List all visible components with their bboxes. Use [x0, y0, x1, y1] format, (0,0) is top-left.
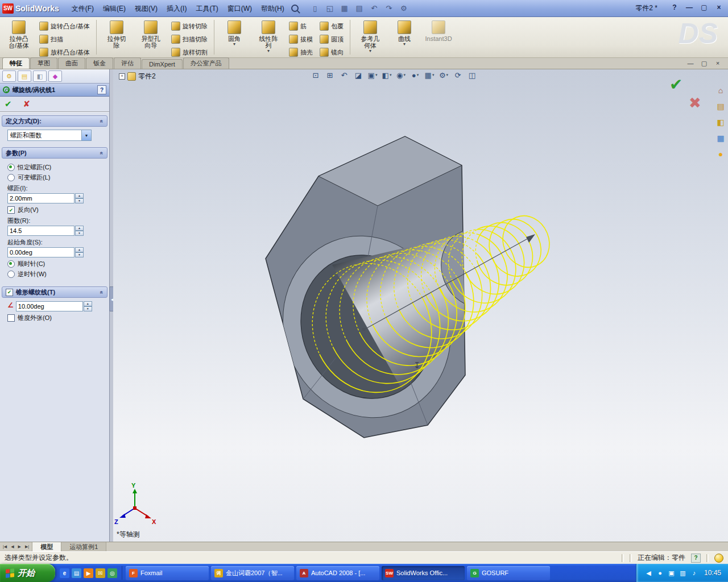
feature-tree-flyout[interactable]: + 零件2	[119, 72, 156, 81]
taper-angle-input[interactable]	[16, 301, 83, 311]
tab-特征[interactable]: 特征	[2, 57, 30, 69]
revolutions-input[interactable]	[7, 226, 75, 236]
rib-button[interactable]: 筋	[286, 20, 316, 32]
counterclockwise-option[interactable]: 逆时针(W)	[7, 270, 104, 278]
hide-icons-icon[interactable]: ◀	[644, 569, 653, 577]
network-icon[interactable]: ▥	[679, 569, 687, 577]
design-library-icon[interactable]: ▤	[714, 100, 727, 112]
hole-wizard-button[interactable]: 异型孔向导	[134, 19, 167, 51]
lofted-boss-base-button[interactable]: 放样凸台/基体	[36, 46, 93, 59]
radio-icon[interactable]	[7, 271, 15, 278]
definition-dropdown[interactable]: 螺距和圈数 ▼	[7, 130, 92, 141]
previous-view-button[interactable]: ↶	[338, 69, 350, 81]
draft-button[interactable]: 拔模	[286, 33, 316, 45]
new-icon[interactable]: ▯	[309, 2, 321, 15]
spin-up-icon[interactable]: ▲	[75, 193, 84, 198]
section-view-button[interactable]: ◪	[352, 69, 365, 81]
help-button[interactable]: ?	[97, 85, 106, 94]
save-icon[interactable]: ▦	[338, 2, 351, 15]
dome-button[interactable]: 圆顶	[317, 33, 346, 45]
messenger-icon[interactable]: ●	[656, 569, 664, 577]
tab-评估[interactable]: 评估	[114, 57, 141, 69]
taskbar-button-solidworks[interactable]: SWSolidWorks Offic...	[382, 566, 465, 580]
curves-button[interactable]: 曲线▾	[388, 19, 421, 48]
next-tab-button[interactable]: ▶	[16, 544, 23, 549]
spin-up-icon[interactable]: ▲	[75, 226, 84, 231]
tab-模型[interactable]: 模型	[32, 542, 61, 551]
ok-button[interactable]: ✔	[5, 99, 12, 109]
radio-icon[interactable]	[7, 174, 15, 181]
revolved-cut-button[interactable]: 旋转切除	[168, 20, 210, 32]
wrap-button[interactable]: 包覆	[317, 20, 346, 32]
help-button[interactable]: ?	[669, 2, 680, 13]
rotate-view-button[interactable]: ⟳	[452, 69, 464, 81]
tab-草图[interactable]: 草图	[30, 57, 57, 69]
taskbar-button-foxmail[interactable]: FFoxmail	[126, 566, 209, 580]
pitch-input[interactable]	[7, 193, 75, 203]
start-angle-input[interactable]	[7, 247, 75, 257]
menu-item[interactable]: 工具(T)	[191, 1, 222, 16]
dropdown-arrow-icon[interactable]: ▼	[81, 130, 91, 140]
mail-icon[interactable]: ✉	[96, 568, 105, 578]
spin-down-icon[interactable]: ▼	[75, 231, 84, 236]
first-tab-button[interactable]: |◀	[1, 544, 9, 549]
tab-办公室产品[interactable]: 办公室产品	[183, 57, 229, 69]
linear-pattern-button[interactable]: 线性阵列▾	[252, 19, 285, 55]
view-orientation-button[interactable]: ▣▾	[366, 69, 379, 81]
minimize-button[interactable]: —	[684, 2, 695, 13]
appearances-icon[interactable]: ●	[714, 148, 727, 160]
dimxpert-manager-tab[interactable]: ◆	[48, 70, 62, 82]
file-explorer-icon[interactable]: ◧	[714, 116, 727, 128]
taskbar-button-kingsoft-ciba[interactable]: 词金山词霸2007（智...	[211, 566, 294, 580]
swept-boss-base-button[interactable]: 扫描	[36, 33, 93, 45]
apply-scene-button[interactable]: ▦▾	[423, 69, 436, 81]
lofted-cut-button[interactable]: 放样切割	[168, 46, 210, 59]
extruded-boss-base-button[interactable]: 拉伸凸台/基体	[2, 19, 35, 51]
taper-outward-option[interactable]: 锥度外张(O)	[7, 314, 104, 322]
checkbox-checked-icon[interactable]: ✔	[7, 206, 15, 214]
shell-button[interactable]: 抽壳	[286, 46, 316, 59]
reference-geometry-button[interactable]: 参考几何体▾	[354, 19, 387, 55]
browser-icon[interactable]: ◎	[107, 568, 117, 578]
search-icon[interactable]	[291, 5, 299, 12]
open-icon[interactable]: ◱	[324, 2, 336, 15]
internet-explorer-icon[interactable]: e	[60, 568, 69, 578]
mirror-button[interactable]: 镜向	[317, 46, 346, 59]
hide-show-items-button[interactable]: ◉▾	[395, 69, 407, 81]
prev-tab-button[interactable]: ◀	[9, 544, 15, 549]
graphics-viewport[interactable]: Y X Z + 零件2 ⊡⊞↶◪▣▾◧▾◉▾●▾▦▾⚙▾⟳◫ ✔ ✖ ⌂▤◧▦●…	[113, 69, 728, 542]
menu-item[interactable]: 窗口(W)	[223, 1, 257, 16]
parameters-section-header[interactable]: 参数(P) «	[2, 147, 107, 159]
spin-down-icon[interactable]: ▼	[75, 198, 84, 203]
solidworks-resources-icon[interactable]: ⌂	[714, 84, 727, 96]
tab-DimXpert[interactable]: DimXpert	[142, 59, 183, 69]
menu-item[interactable]: 文件(F)	[67, 1, 98, 16]
edit-appearance-button[interactable]: ●▾	[409, 69, 421, 81]
spin-down-icon[interactable]: ▼	[84, 306, 92, 311]
confirm-ok-button[interactable]: ✔	[669, 75, 682, 94]
media-player-icon[interactable]: ▶	[84, 568, 93, 578]
revolved-boss-base-button[interactable]: 旋转凸台/基体	[36, 20, 93, 32]
view-settings-button[interactable]: ⚙▾	[437, 69, 450, 81]
property-manager-tab[interactable]: ▤	[18, 70, 31, 82]
tab-钣金[interactable]: 钣金	[86, 57, 113, 69]
menu-item[interactable]: 插入(I)	[162, 1, 191, 16]
variable-pitch-option[interactable]: 可变螺距(L)	[7, 173, 104, 182]
taskbar-button-gosurf[interactable]: GGOSURF	[467, 566, 550, 580]
menu-item[interactable]: 编辑(E)	[98, 1, 130, 16]
menu-item[interactable]: 视图(V)	[130, 1, 162, 16]
tab-运动算例1[interactable]: 运动算例1	[61, 542, 106, 551]
help-bulb-icon[interactable]	[714, 554, 723, 563]
extruded-cut-button[interactable]: 拉伸切除	[100, 19, 133, 51]
doc-minimize-button[interactable]: —	[686, 60, 695, 67]
taskbar-button-autocad[interactable]: AAutoCAD 2008 - [...	[296, 566, 379, 580]
doc-restore-button[interactable]: ▢	[700, 60, 709, 67]
spin-up-icon[interactable]: ▲	[75, 247, 84, 252]
redo-icon[interactable]: ↷	[383, 2, 395, 15]
clockwise-option[interactable]: 顺时针(C)	[7, 260, 104, 268]
definition-section-header[interactable]: 定义方式(D): «	[2, 115, 107, 127]
tab-曲面[interactable]: 曲面	[58, 57, 85, 69]
fillet-button[interactable]: 圆角▾	[218, 19, 251, 48]
view-palette-icon[interactable]: ▦	[714, 132, 727, 144]
quick-tips-icon[interactable]: ?	[691, 554, 701, 563]
